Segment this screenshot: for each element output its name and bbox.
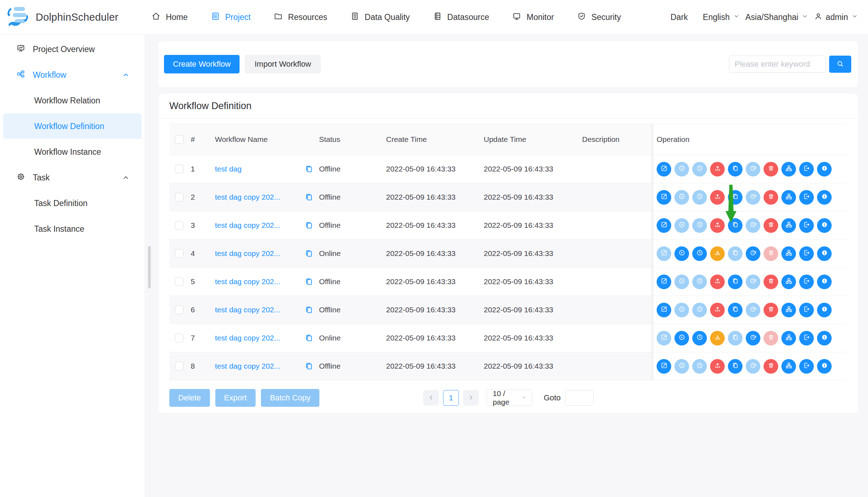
upload-operation-button[interactable]: [710, 190, 725, 205]
upload-operation-button[interactable]: [710, 218, 725, 233]
cron-operation-button[interactable]: [746, 162, 760, 176]
sidebar-item-workflow-instance[interactable]: Workflow Instance: [3, 139, 142, 165]
search-button[interactable]: [829, 56, 851, 73]
info-operation-button[interactable]: [817, 359, 832, 374]
copy-name-icon[interactable]: [304, 277, 314, 287]
delete-operation-button[interactable]: [764, 246, 778, 261]
download-operation-button[interactable]: [710, 246, 725, 261]
info-operation-button[interactable]: [817, 218, 832, 233]
copy-operation-button[interactable]: [728, 190, 743, 205]
workflow-name-link[interactable]: test dag: [215, 165, 242, 173]
workflow-name-link[interactable]: test dag copy 202...: [215, 249, 280, 258]
timing-operation-button[interactable]: [692, 303, 707, 317]
nav-item-data-quality[interactable]: Data Quality: [350, 11, 410, 23]
prev-page-button[interactable]: [423, 390, 439, 406]
user-menu[interactable]: admin: [814, 12, 859, 23]
edit-operation-button[interactable]: [657, 303, 671, 317]
workflow-name-link[interactable]: test dag copy 202...: [215, 221, 280, 230]
row-checkbox[interactable]: [175, 165, 184, 173]
edit-operation-button[interactable]: [657, 275, 671, 289]
delete-operation-button[interactable]: [764, 275, 778, 289]
cron-operation-button[interactable]: [746, 359, 760, 374]
workflow-name-link[interactable]: test dag copy 202...: [215, 277, 280, 286]
copy-operation-button[interactable]: [728, 331, 743, 345]
start-operation-button[interactable]: [674, 275, 689, 289]
export-operation-button[interactable]: [799, 246, 814, 261]
timezone-selector[interactable]: Asia/Shanghai: [745, 12, 809, 22]
timing-operation-button[interactable]: [692, 190, 707, 205]
nav-item-datasource[interactable]: Datasource: [433, 11, 489, 23]
delete-button[interactable]: Delete: [169, 389, 210, 407]
start-operation-button[interactable]: [674, 303, 689, 317]
upload-operation-button[interactable]: [710, 359, 725, 374]
workflow-name-link[interactable]: test dag copy 202...: [215, 306, 280, 314]
timing-operation-button[interactable]: [692, 359, 707, 374]
cron-operation-button[interactable]: [746, 218, 760, 233]
start-operation-button[interactable]: [674, 218, 689, 233]
workflow-name-link[interactable]: test dag copy 202...: [215, 193, 280, 201]
export-operation-button[interactable]: [799, 190, 814, 205]
copy-operation-button[interactable]: [728, 303, 743, 317]
start-operation-button[interactable]: [674, 359, 689, 374]
delete-operation-button[interactable]: [764, 190, 778, 205]
nav-item-resources[interactable]: Resources: [273, 11, 327, 23]
row-checkbox[interactable]: [175, 306, 184, 314]
copy-name-icon[interactable]: [304, 248, 314, 258]
copy-operation-button[interactable]: [728, 359, 743, 374]
copy-operation-button[interactable]: [728, 162, 743, 176]
copy-name-icon[interactable]: [304, 305, 314, 315]
edit-operation-button[interactable]: [657, 331, 671, 345]
export-operation-button[interactable]: [799, 359, 814, 374]
sidebar-item-task-definition[interactable]: Task Definition: [3, 190, 142, 216]
tree-operation-button[interactable]: [781, 359, 796, 374]
info-operation-button[interactable]: [817, 190, 832, 205]
cron-operation-button[interactable]: [746, 190, 760, 205]
tree-operation-button[interactable]: [781, 246, 796, 261]
theme-toggle-button[interactable]: Dark: [671, 12, 688, 22]
tree-operation-button[interactable]: [781, 275, 796, 289]
nav-item-monitor[interactable]: Monitor: [512, 11, 554, 23]
copy-name-icon[interactable]: [304, 164, 314, 174]
sidebar-item-workflow[interactable]: Workflow: [3, 62, 142, 88]
next-page-button[interactable]: [463, 390, 479, 406]
export-operation-button[interactable]: [799, 162, 814, 176]
tree-operation-button[interactable]: [781, 331, 796, 345]
export-operation-button[interactable]: [799, 275, 814, 289]
start-operation-button[interactable]: [674, 162, 689, 176]
workflow-name-link[interactable]: test dag copy 202...: [215, 362, 280, 370]
row-checkbox[interactable]: [175, 249, 184, 258]
tree-operation-button[interactable]: [781, 190, 796, 205]
nav-item-security[interactable]: Security: [577, 11, 621, 23]
info-operation-button[interactable]: [817, 246, 832, 261]
import-workflow-button[interactable]: Import Workflow: [245, 55, 321, 73]
timing-operation-button[interactable]: [692, 275, 707, 289]
row-checkbox[interactable]: [175, 277, 184, 286]
cron-operation-button[interactable]: [746, 331, 760, 345]
dolphinscheduler-logo[interactable]: DolphinScheduler: [6, 5, 118, 29]
timing-operation-button[interactable]: [692, 246, 707, 261]
export-button[interactable]: Export: [215, 389, 256, 407]
info-operation-button[interactable]: [817, 275, 832, 289]
row-checkbox[interactable]: [175, 221, 184, 230]
copy-name-icon[interactable]: [304, 361, 314, 371]
timing-operation-button[interactable]: [692, 331, 707, 345]
cron-operation-button[interactable]: [746, 275, 760, 289]
select-all-checkbox[interactable]: [175, 135, 184, 144]
scrollbar-thumb[interactable]: [148, 246, 151, 288]
cron-operation-button[interactable]: [746, 246, 760, 261]
edit-operation-button[interactable]: [657, 246, 671, 261]
sidebar-item-workflow-relation[interactable]: Workflow Relation: [3, 88, 142, 113]
row-checkbox[interactable]: [175, 193, 184, 201]
timing-operation-button[interactable]: [692, 218, 707, 233]
create-workflow-button[interactable]: Create Workflow: [164, 55, 240, 73]
info-operation-button[interactable]: [817, 331, 832, 345]
start-operation-button[interactable]: [674, 331, 689, 345]
upload-operation-button[interactable]: [710, 162, 725, 176]
nav-item-home[interactable]: Home: [151, 11, 188, 23]
delete-operation-button[interactable]: [764, 162, 778, 176]
export-operation-button[interactable]: [799, 331, 814, 345]
cron-operation-button[interactable]: [746, 303, 760, 317]
sidebar-item-task-instance[interactable]: Task Instance: [3, 216, 142, 242]
tree-operation-button[interactable]: [781, 218, 796, 233]
sidebar-item-project-overview[interactable]: Project Overview: [3, 36, 142, 62]
